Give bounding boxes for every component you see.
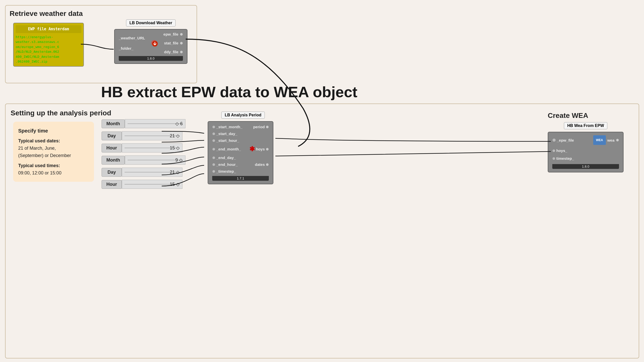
hb-wea-from-epw-node[interactable]: _epw_file WEA wea hoys_ timestep_ — [548, 132, 624, 172]
main-section-title: HB extract EPW data to WEA object — [101, 83, 357, 101]
wea-port-wea-out: wea — [607, 138, 614, 142]
start-day-input-port — [212, 132, 215, 135]
slider-btn-hour-end[interactable]: Hour — [102, 180, 122, 189]
hoys-input-port — [552, 149, 555, 152]
wea-port-epw-file: _epw_file — [557, 138, 574, 142]
slider-diamond-hour-start: 15 ◇ — [170, 145, 180, 151]
stat-output-port — [180, 42, 183, 45]
slider-row-day-end: Day 21 ◇ — [102, 168, 185, 177]
lb-output-ddy: ddy_file — [164, 50, 178, 54]
lb-input-weather-url: _weather_URL — [119, 36, 145, 40]
top-panel-title: Retrieve weather data — [10, 10, 193, 18]
slider-row-month-start: Month ◇ 6 — [102, 119, 185, 128]
slider-track-month-start[interactable]: ◇ 6 — [125, 119, 185, 128]
port-end-month: _end_month_ — [216, 147, 241, 151]
slider-track-day-start[interactable]: 21 ◇ — [122, 131, 182, 140]
end-month-input-port — [212, 148, 215, 151]
wea-port-timestep: timestep_ — [556, 156, 574, 161]
lb-download-weather-label: LB Download Weather — [126, 19, 176, 27]
lb-input-folder: _folder_ — [119, 46, 145, 50]
slider-btn-month-start[interactable]: Month — [102, 119, 125, 128]
typical-times-label: Typical used times: — [18, 162, 89, 169]
slider-diamond-hour-end: 15 ◇ — [170, 182, 180, 187]
port-hoys-out: hoys — [256, 147, 265, 151]
end-hour-input-port — [212, 163, 215, 166]
lb-download-version: 1.8.0 — [119, 56, 183, 61]
ddy-output-port — [180, 50, 183, 54]
port-end-day: _end_day_ — [216, 156, 236, 160]
sliders-group: Month ◇ 6 Day 21 ◇ Hour 15 ◇ Month — [102, 119, 185, 189]
ewp-file-url: https://energyplus-weather.s3.amazonaws.… — [16, 35, 81, 64]
typical-dates-label: Typical used dates: — [18, 137, 89, 145]
port-dates-out: dates — [255, 162, 265, 167]
specify-time-box: Specify time Typical used dates: 21 of M… — [13, 122, 94, 182]
slider-track-day-end[interactable]: 21 ◇ — [122, 168, 182, 177]
lb-download-weather-wrapper: LB Download Weather _weather_URL _folder… — [114, 19, 187, 64]
slider-row-hour-start: Hour 15 ◇ — [102, 143, 185, 152]
lb-download-inputs: _weather_URL _folder_ — [119, 36, 145, 50]
lb-analysis-version: 1.7.1 — [212, 176, 269, 181]
timestep-input-port — [212, 170, 215, 173]
hb-wea-from-epw-label: HB Wea From EPW — [564, 122, 607, 129]
period-output-port — [266, 125, 269, 128]
wea-timestep-input-port — [552, 157, 555, 160]
port-timestep: _timestep_ — [216, 169, 236, 173]
port-start-hour: _start_hour_ — [216, 138, 239, 143]
hoys-output-port — [266, 148, 269, 151]
error-asterisk-icon: ✱ — [249, 145, 255, 153]
slider-btn-hour-start[interactable]: Hour — [102, 144, 122, 152]
top-panel: Retrieve weather data EWP file Amsterdam… — [5, 5, 197, 83]
end-day-input-port — [212, 156, 215, 159]
start-month-input-port — [212, 125, 215, 128]
download-icon — [151, 40, 158, 47]
create-wea-title: Create WEA — [548, 112, 624, 120]
slider-row-month-end: Month 9 ◇ — [102, 156, 185, 165]
port-start-day: _start_day_ — [216, 132, 237, 136]
slider-btn-day-start[interactable]: Day — [102, 132, 122, 140]
wea-version: 1.8.0 — [552, 164, 619, 169]
start-hour-input-port — [212, 139, 215, 142]
slider-btn-month-end[interactable]: Month — [102, 156, 125, 165]
wea-port-hoys: hoys_ — [556, 148, 567, 153]
lb-analysis-period-label: LB Analysis Period — [221, 112, 265, 119]
port-period-out: period — [253, 125, 265, 129]
slider-diamond-day-end: 21 ◇ — [170, 169, 180, 175]
epw-output-port — [180, 33, 183, 36]
slider-track-month-end[interactable]: 9 ◇ — [125, 156, 185, 165]
slider-diamond-day-start: 21 ◇ — [170, 133, 180, 139]
slider-diamond-month-end: 9 ◇ — [175, 157, 183, 163]
specify-time-title: Specify time — [18, 127, 89, 135]
typical-times-value: 09:00, 12:00 or 15:00 — [18, 169, 89, 177]
lb-output-stat: stat_file — [164, 41, 178, 45]
ewp-file-title: EWP file Amsterdam — [16, 25, 81, 33]
lb-download-outputs: epw_file stat_file ddy_file — [163, 32, 183, 54]
slider-track-hour-end[interactable]: 15 ◇ — [122, 180, 182, 189]
lb-analysis-period-node[interactable]: _start_month_ period _start_day_ _start_… — [208, 121, 273, 184]
wea-thumbnail: WEA — [593, 135, 606, 145]
bottom-panel: Setting up the analysis period Specify t… — [5, 104, 639, 358]
port-start-month: _start_month_ — [216, 125, 242, 129]
typical-dates-value: 21 of March, June,(September) or Decembe… — [18, 145, 89, 159]
port-end-hour: _end_hour_ — [216, 162, 238, 167]
slider-diamond-month-start: ◇ 6 — [175, 121, 183, 126]
slider-track-hour-start[interactable]: 15 ◇ — [122, 143, 182, 152]
lb-output-epw: epw_file — [163, 32, 178, 36]
lb-analysis-period-wrapper: LB Analysis Period _start_month_ period … — [208, 112, 278, 184]
slider-row-day-start: Day 21 ◇ — [102, 131, 185, 140]
epw-file-input-port — [552, 138, 556, 142]
slider-btn-day-end[interactable]: Day — [102, 168, 122, 177]
dates-output-port — [266, 163, 269, 166]
wea-output-port — [616, 139, 619, 142]
create-wea-wrapper: Create WEA HB Wea From EPW _epw_file WEA… — [548, 112, 624, 172]
ewp-file-node[interactable]: EWP file Amsterdam https://energyplus-we… — [13, 23, 84, 67]
slider-row-hour-end: Hour 15 ◇ — [102, 180, 185, 189]
lb-download-weather-node[interactable]: _weather_URL _folder_ epw_file — [114, 29, 187, 64]
bottom-panel-title: Setting up the analysis period — [11, 109, 634, 117]
